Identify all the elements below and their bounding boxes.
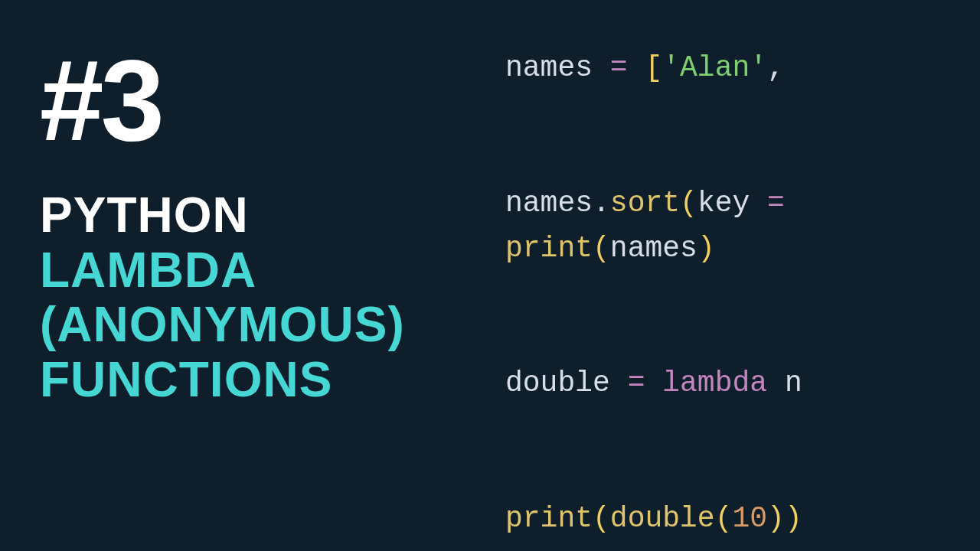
title-line-3: (ANONYMOUS) [40, 298, 405, 353]
episode-number: #3 [40, 43, 405, 158]
code-token: , [767, 51, 785, 84]
code-token: names [505, 51, 593, 84]
code-token: [ [645, 51, 662, 84]
code-token: ) [767, 502, 785, 535]
code-token: 10 [732, 502, 767, 535]
code-token: = [750, 187, 802, 220]
code-token: ( [593, 232, 610, 265]
code-token: names [610, 232, 697, 265]
code-token: = [610, 367, 662, 399]
code-token: . [593, 187, 610, 220]
code-token: names [505, 187, 593, 220]
code-token: sort [610, 187, 680, 220]
title-block: #3 PYTHON LAMBDA (ANONYMOUS) FUNCTIONS [40, 43, 405, 408]
code-token: lambda [662, 367, 767, 399]
code-token: key [697, 187, 750, 220]
code-token: ( [680, 187, 697, 220]
title-group: PYTHON LAMBDA (ANONYMOUS) FUNCTIONS [40, 188, 405, 408]
code-token: print [505, 502, 593, 535]
code-token: double [610, 502, 715, 535]
code-snippet: names = ['Alan', names.sort(key = print(… [505, 46, 802, 542]
code-token: ) [785, 502, 802, 535]
code-token: double [505, 367, 610, 399]
code-token: ( [593, 502, 610, 535]
code-token: 'Alan' [662, 51, 767, 84]
code-token: print [505, 232, 593, 265]
code-token: n [767, 367, 802, 399]
title-line-2: LAMBDA [40, 243, 405, 298]
code-token: = [593, 51, 645, 84]
title-line-1: PYTHON [40, 188, 405, 243]
code-token: ( [715, 502, 733, 535]
title-line-4: FUNCTIONS [40, 353, 405, 408]
code-token: ) [697, 232, 715, 265]
